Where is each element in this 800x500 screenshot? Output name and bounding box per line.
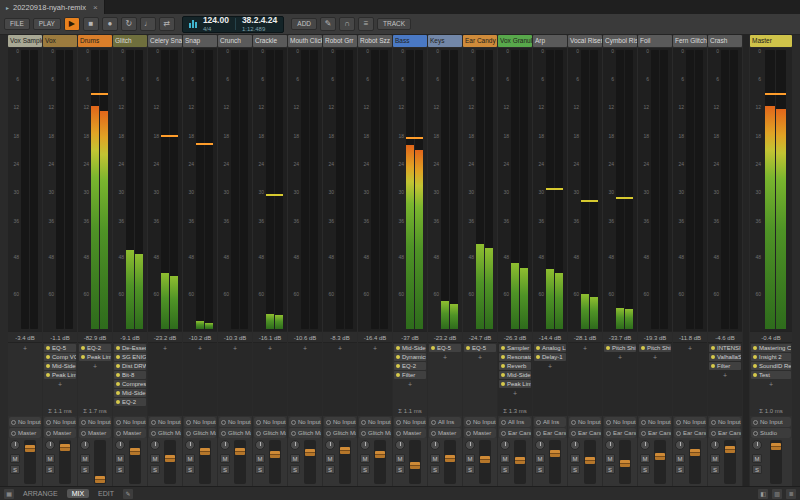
pan-knob[interactable] xyxy=(675,440,685,450)
volume-readout[interactable]: -28.1 dB xyxy=(568,331,602,343)
input-chooser[interactable]: No Input xyxy=(79,417,111,427)
mute-button[interactable]: M xyxy=(710,454,720,463)
fader-handle[interactable] xyxy=(585,457,595,464)
device-item[interactable]: EQ-2 xyxy=(114,398,146,406)
time-signature-value[interactable]: 4/4 xyxy=(203,26,229,32)
device-enable-led[interactable] xyxy=(46,355,50,359)
grid-settings-icon[interactable]: ≡ xyxy=(358,17,374,31)
output-chooser[interactable]: Glitch Ma.. xyxy=(184,428,216,438)
fader-handle[interactable] xyxy=(480,456,490,463)
output-chooser[interactable]: Ear Cand.. xyxy=(499,428,531,438)
solo-button[interactable]: S xyxy=(325,465,335,474)
input-chooser[interactable]: No Input xyxy=(604,417,636,427)
input-chooser[interactable]: No Input xyxy=(709,417,741,427)
device-item[interactable]: Mid-Side Split xyxy=(394,344,426,352)
fader-handle[interactable] xyxy=(130,448,140,455)
track-tab[interactable]: Bass xyxy=(393,35,427,47)
device-item[interactable]: EQ-5 xyxy=(44,344,76,352)
fader-track[interactable] xyxy=(654,440,666,484)
fader-track[interactable] xyxy=(374,440,386,484)
mute-button[interactable]: M xyxy=(535,454,545,463)
add-device-button[interactable]: + xyxy=(463,353,497,361)
volume-readout[interactable]: -10.6 dB xyxy=(288,331,322,343)
device-item[interactable]: Peak Limiter xyxy=(499,380,531,388)
project-tab[interactable]: ▸ 20220918-nyah-remix × xyxy=(0,0,105,14)
output-chooser[interactable]: Ear Cand.. xyxy=(534,428,566,438)
fader-track[interactable] xyxy=(514,440,526,484)
output-chooser[interactable]: Master xyxy=(429,428,461,438)
add-device-button[interactable]: + xyxy=(288,344,322,352)
device-enable-led[interactable] xyxy=(536,346,540,350)
mute-button[interactable]: M xyxy=(395,454,405,463)
fader-track[interactable] xyxy=(549,440,561,484)
volume-readout[interactable]: -26.3 dB xyxy=(498,331,532,343)
volume-readout[interactable]: -82.9 dB xyxy=(78,331,112,343)
mute-button[interactable]: M xyxy=(675,454,685,463)
volume-readout[interactable]: -4.6 dB xyxy=(708,331,742,343)
add-device-button[interactable]: + xyxy=(393,380,427,388)
device-enable-led[interactable] xyxy=(116,355,120,359)
input-chooser[interactable]: No Input xyxy=(639,417,671,427)
device-item[interactable]: SG ENIGMA xyxy=(114,353,146,361)
tools-icon[interactable]: ✎ xyxy=(123,489,133,499)
add-device-button[interactable]: + xyxy=(428,353,462,361)
device-item[interactable]: INTENSITY xyxy=(709,344,741,352)
track-tab[interactable]: Snap xyxy=(183,35,217,47)
pan-knob[interactable] xyxy=(255,440,265,450)
fader-handle[interactable] xyxy=(771,443,781,450)
song-time-value[interactable]: 1:12.489 xyxy=(242,26,277,32)
track-tab[interactable]: Crunch xyxy=(218,35,252,47)
device-enable-led[interactable] xyxy=(753,364,757,368)
device-item[interactable]: EQ-2 xyxy=(79,344,111,352)
detail-panel-icon[interactable]: ≣ xyxy=(786,489,796,499)
track-tab[interactable]: Robot Grr xyxy=(323,35,357,47)
fader-track[interactable] xyxy=(444,440,456,484)
device-enable-led[interactable] xyxy=(396,364,400,368)
track-tab[interactable]: Celery Snap xyxy=(148,35,182,47)
add-device-button[interactable]: + xyxy=(533,362,567,370)
device-enable-led[interactable] xyxy=(466,346,470,350)
volume-readout[interactable]: -9.1 dB xyxy=(113,331,147,343)
track-tab[interactable]: Drums xyxy=(78,35,112,47)
device-enable-led[interactable] xyxy=(46,346,50,350)
solo-button[interactable]: S xyxy=(500,465,510,474)
add-device-button[interactable]: + xyxy=(253,344,287,352)
mute-button[interactable]: M xyxy=(325,454,335,463)
fader-handle[interactable] xyxy=(620,460,630,467)
fader-handle[interactable] xyxy=(375,451,385,458)
device-item[interactable]: Dist DRW4R xyxy=(114,362,146,370)
tab-mix[interactable]: MIX xyxy=(67,489,89,498)
device-item[interactable]: Mastering Cha xyxy=(751,344,791,352)
device-enable-led[interactable] xyxy=(396,346,400,350)
device-enable-led[interactable] xyxy=(116,364,120,368)
track-tab[interactable]: Arp xyxy=(533,35,567,47)
output-chooser[interactable]: Ear Cand.. xyxy=(604,428,636,438)
add-device-button[interactable]: + xyxy=(638,353,672,361)
device-item[interactable]: Bit-8 xyxy=(114,371,146,379)
add-device-button[interactable]: + xyxy=(323,344,357,352)
fader-handle[interactable] xyxy=(25,445,35,452)
device-item[interactable]: Compressor xyxy=(114,380,146,388)
volume-readout[interactable]: -0.4 dB xyxy=(750,331,792,343)
device-enable-led[interactable] xyxy=(396,355,400,359)
solo-button[interactable]: S xyxy=(752,465,762,474)
pan-knob[interactable] xyxy=(500,440,510,450)
input-chooser[interactable]: No Input xyxy=(184,417,216,427)
device-enable-led[interactable] xyxy=(116,382,120,386)
input-chooser[interactable]: All Ins xyxy=(429,417,461,427)
mute-button[interactable]: M xyxy=(290,454,300,463)
device-item[interactable]: Filter xyxy=(394,371,426,379)
device-enable-led[interactable] xyxy=(116,346,120,350)
output-chooser[interactable]: Studio xyxy=(751,428,791,438)
solo-button[interactable]: S xyxy=(395,465,405,474)
volume-readout[interactable]: -11.8 dB xyxy=(673,331,707,343)
track-tab[interactable]: Robot Szz xyxy=(358,35,392,47)
device-item[interactable]: Reverb xyxy=(499,362,531,370)
device-enable-led[interactable] xyxy=(116,391,120,395)
pan-knob[interactable] xyxy=(325,440,335,450)
song-position-value[interactable]: 38.2.4.24 xyxy=(242,16,277,25)
device-enable-led[interactable] xyxy=(711,355,715,359)
input-chooser[interactable]: No Input xyxy=(44,417,76,427)
input-chooser[interactable]: No Input xyxy=(674,417,706,427)
device-item[interactable]: Peak Limiter xyxy=(44,371,76,379)
